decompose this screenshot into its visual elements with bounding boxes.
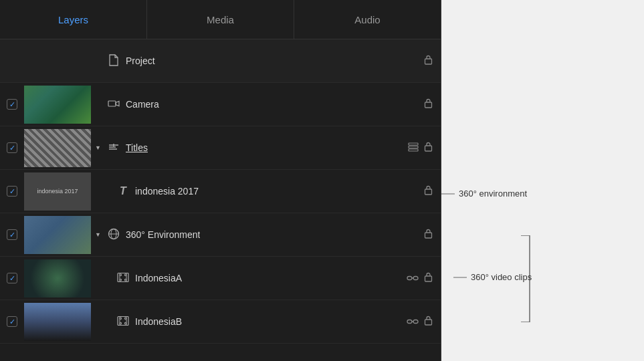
annotation-text-360clips: 360° video clips (471, 272, 532, 282)
layer-name-indonesiaB: IndonesiaB (135, 316, 182, 327)
checkbox-360env[interactable] (7, 229, 17, 240)
expand-arrow-360env[interactable]: ▼ (95, 231, 104, 238)
checkbox-col-indonesiaA (0, 273, 24, 283)
layer-actions-titles (408, 142, 433, 154)
svg-rect-23 (407, 277, 412, 280)
lock-icon-camera[interactable] (424, 98, 433, 110)
svg-rect-8 (409, 146, 418, 148)
layer-actions-indonesiaA (407, 272, 433, 284)
svg-rect-20 (120, 279, 122, 281)
tab-audio[interactable]: Audio (294, 0, 441, 39)
annotation-text-360env: 360° environment (459, 189, 527, 199)
svg-rect-2 (425, 102, 432, 108)
layer-row-360env: ▼ 360° Environment (0, 213, 441, 257)
layers-panel: Layers Media Audio Project (0, 0, 441, 361)
svg-rect-27 (118, 316, 128, 325)
layer-content-360env: ▼ 360° Environment (95, 228, 424, 242)
annotation-container: 360° environment 360° video clips (441, 0, 644, 361)
layer-name-indonesiaA: IndonesiaA (135, 273, 182, 283)
svg-rect-0 (425, 59, 432, 64)
camera-icon (107, 99, 120, 110)
layer-name-camera: Camera (126, 99, 159, 110)
text-icon: T (116, 185, 130, 197)
tab-media[interactable]: Media (147, 0, 294, 39)
lock-icon-indonesiaB[interactable] (424, 316, 433, 328)
thumbnail-360env (24, 216, 91, 254)
layer-actions-indonesia2017 (424, 185, 433, 197)
svg-rect-37 (425, 320, 432, 325)
annotation-360clips: 360° video clips (453, 272, 532, 282)
checkbox-col-indonesia2017 (0, 186, 24, 197)
svg-rect-30 (120, 318, 122, 320)
annotation-360env: 360° environment (441, 189, 527, 199)
thumbnail-camera (24, 86, 91, 124)
layer-row-indonesiaA: IndonesiaA (0, 257, 441, 300)
film-icon-A (116, 272, 130, 285)
svg-rect-7 (409, 143, 418, 145)
lock-icon-indonesiaA[interactable] (424, 272, 433, 284)
svg-rect-32 (125, 318, 126, 320)
layer-name-project: Project (126, 55, 155, 66)
tab-layers[interactable]: Layers (0, 0, 147, 39)
lock-icon-project[interactable] (424, 55, 433, 67)
layer-actions-project (424, 55, 433, 67)
svg-rect-10 (425, 146, 432, 151)
layer-row-indonesiaB: IndonesiaB (0, 300, 441, 344)
layer-actions-indonesiaB (407, 316, 433, 328)
layer-name-titles: Titles (126, 142, 148, 153)
layer-name-indonesia2017: indonesia 2017 (135, 186, 199, 197)
layer-content-project: Project (95, 54, 424, 68)
link-icon-B[interactable] (407, 316, 419, 327)
link-icon-A[interactable] (407, 273, 419, 283)
svg-rect-26 (425, 276, 432, 281)
svg-rect-35 (413, 320, 418, 324)
svg-rect-19 (120, 274, 122, 276)
layer-row-indonesia2017: indonesia 2017 T indonesia 2017 (0, 170, 441, 213)
svg-rect-15 (425, 233, 432, 238)
thumbnail-indonesiaA (24, 259, 91, 297)
svg-rect-11 (425, 189, 432, 195)
thumbnail-indonesia2017: indonesia 2017 (24, 172, 91, 211)
layer-content-indonesia2017: T indonesia 2017 (95, 185, 424, 197)
layer-actions-camera (424, 98, 433, 110)
thumbnail-titles (24, 129, 91, 167)
svg-rect-16 (118, 273, 128, 281)
checkbox-col-camera (0, 99, 24, 110)
svg-rect-22 (125, 279, 126, 281)
checkbox-titles[interactable] (7, 142, 17, 153)
layer-content-indonesiaA: IndonesiaA (95, 272, 407, 285)
lock-icon-360env[interactable] (424, 229, 433, 241)
layer-row-camera: Camera (0, 83, 441, 126)
checkbox-indonesiaA[interactable] (7, 273, 17, 283)
titles-icon (107, 142, 120, 154)
checkbox-camera[interactable] (7, 99, 17, 110)
expand-arrow-titles[interactable]: ▼ (95, 144, 104, 151)
document-icon (107, 54, 120, 68)
thumbnail-indonesiaB (24, 303, 91, 341)
stack-icon-titles[interactable] (408, 142, 419, 154)
lock-icon-titles[interactable] (424, 142, 433, 154)
layers-list: Project (0, 39, 441, 361)
checkbox-col-360env (0, 229, 24, 240)
checkbox-indonesia2017[interactable] (7, 186, 17, 197)
svg-rect-31 (120, 322, 122, 324)
svg-rect-24 (413, 277, 418, 280)
svg-rect-9 (409, 149, 418, 151)
layer-actions-360env (424, 229, 433, 241)
film-icon-B (116, 316, 130, 328)
layer-content-camera: Camera (95, 99, 424, 110)
layer-content-titles: ▼ Titles (95, 142, 408, 154)
layer-row-titles: ▼ Titles (0, 126, 441, 170)
checkbox-col-titles (0, 142, 24, 153)
tab-bar: Layers Media Audio (0, 0, 441, 39)
svg-rect-1 (108, 101, 116, 106)
layer-row-project: Project (0, 39, 441, 83)
lock-icon-indonesia2017[interactable] (424, 185, 433, 197)
svg-rect-34 (407, 320, 412, 324)
annotation-panel: 360° environment 360° video clips (441, 0, 644, 361)
layer-content-indonesiaB: IndonesiaB (95, 316, 407, 328)
svg-rect-21 (125, 274, 126, 276)
layer-name-360env: 360° Environment (126, 229, 200, 240)
checkbox-indonesiaB[interactable] (7, 316, 17, 327)
checkbox-col-indonesiaB (0, 316, 24, 327)
